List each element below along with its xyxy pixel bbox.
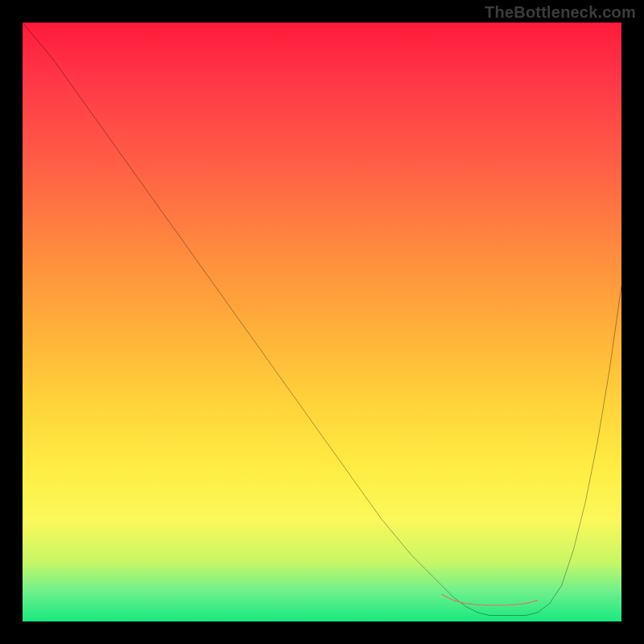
bottleneck-curve-path xyxy=(23,23,621,616)
plot-area xyxy=(23,23,621,621)
watermark-text: TheBottleneck.com xyxy=(485,3,636,22)
chart-svg-layer xyxy=(23,23,621,621)
chart-frame: TheBottleneck.com xyxy=(0,0,644,644)
bottleneck-flat-band-path xyxy=(442,595,538,605)
